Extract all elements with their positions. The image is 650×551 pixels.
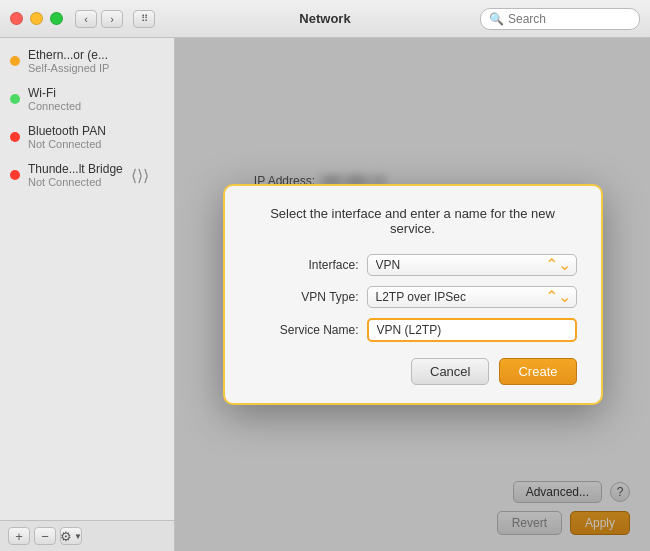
sidebar-item-ethernet[interactable]: Ethern...or (e... Self-Assigned IP [0, 42, 174, 80]
remove-service-button[interactable]: − [34, 527, 56, 545]
search-bar[interactable]: 🔍 [480, 8, 640, 30]
form-row-service-name: Service Name: [249, 318, 577, 342]
sidebar-item-status-bluetooth: Not Connected [28, 138, 106, 150]
form-row-interface: Interface: VPN Ethernet Wi-Fi ⌃⌄ [249, 254, 577, 276]
modal-title: Select the interface and enter a name fo… [249, 206, 577, 236]
interface-label: Interface: [249, 258, 359, 272]
modal-dialog: Select the interface and enter a name fo… [223, 184, 603, 405]
search-input[interactable] [508, 12, 631, 26]
gear-icon: ⚙ [60, 529, 72, 544]
status-dot-bluetooth [10, 132, 20, 142]
search-icon: 🔍 [489, 12, 504, 26]
minimize-button[interactable] [30, 12, 43, 25]
sidebar-list: Ethern...or (e... Self-Assigned IP Wi-Fi… [0, 38, 174, 520]
title-bar: ‹ › ⠿ Network 🔍 [0, 0, 650, 38]
forward-button[interactable]: › [101, 10, 123, 28]
sidebar: Ethern...or (e... Self-Assigned IP Wi-Fi… [0, 38, 175, 551]
maximize-button[interactable] [50, 12, 63, 25]
sidebar-item-name-wifi: Wi-Fi [28, 86, 81, 100]
vpn-type-select-wrapper: L2TP over IPSec IKEv2 Cisco IPSec ⌃⌄ [367, 286, 577, 308]
vpn-type-select[interactable]: L2TP over IPSec IKEv2 Cisco IPSec [367, 286, 577, 308]
sidebar-item-status-ethernet: Self-Assigned IP [28, 62, 109, 74]
modal-form: Interface: VPN Ethernet Wi-Fi ⌃⌄ VPN Typ… [249, 254, 577, 342]
traffic-lights [10, 12, 63, 25]
sidebar-item-status-thunderbolt: Not Connected [28, 176, 123, 188]
sidebar-item-bluetooth[interactable]: Bluetooth PAN Not Connected [0, 118, 174, 156]
sidebar-item-name-thunderbolt: Thunde...lt Bridge [28, 162, 123, 176]
interface-select[interactable]: VPN Ethernet Wi-Fi [367, 254, 577, 276]
back-button[interactable]: ‹ [75, 10, 97, 28]
status-dot-ethernet [10, 56, 20, 66]
gear-chevron-icon: ▼ [74, 532, 82, 541]
status-dot-wifi [10, 94, 20, 104]
cancel-button[interactable]: Cancel [411, 358, 489, 385]
right-panel: IP Address: 192.168.1.5 Subnet Mask: 255… [175, 38, 650, 551]
interface-select-wrapper: VPN Ethernet Wi-Fi ⌃⌄ [367, 254, 577, 276]
main-content: Ethern...or (e... Self-Assigned IP Wi-Fi… [0, 38, 650, 551]
status-dot-thunderbolt [10, 170, 20, 180]
thunderbolt-icon: ⟨⟩⟩ [131, 166, 149, 185]
sidebar-item-thunderbolt[interactable]: Thunde...lt Bridge Not Connected ⟨⟩⟩ [0, 156, 174, 194]
sidebar-item-status-wifi: Connected [28, 100, 81, 112]
vpn-type-label: VPN Type: [249, 290, 359, 304]
close-button[interactable] [10, 12, 23, 25]
sidebar-bottom: + − ⚙ ▼ [0, 520, 174, 551]
apps-button[interactable]: ⠿ [133, 10, 155, 28]
add-service-button[interactable]: + [8, 527, 30, 545]
modal-buttons: Cancel Create [249, 358, 577, 385]
form-row-vpn-type: VPN Type: L2TP over IPSec IKEv2 Cisco IP… [249, 286, 577, 308]
gear-menu-button[interactable]: ⚙ ▼ [60, 527, 82, 545]
modal-overlay: Select the interface and enter a name fo… [175, 38, 650, 551]
service-name-input[interactable] [367, 318, 577, 342]
sidebar-item-name-ethernet: Ethern...or (e... [28, 48, 109, 62]
service-name-label: Service Name: [249, 323, 359, 337]
nav-buttons: ‹ › [75, 10, 123, 28]
window-title: Network [299, 11, 350, 26]
create-button[interactable]: Create [499, 358, 576, 385]
sidebar-item-name-bluetooth: Bluetooth PAN [28, 124, 106, 138]
sidebar-item-wifi[interactable]: Wi-Fi Connected [0, 80, 174, 118]
